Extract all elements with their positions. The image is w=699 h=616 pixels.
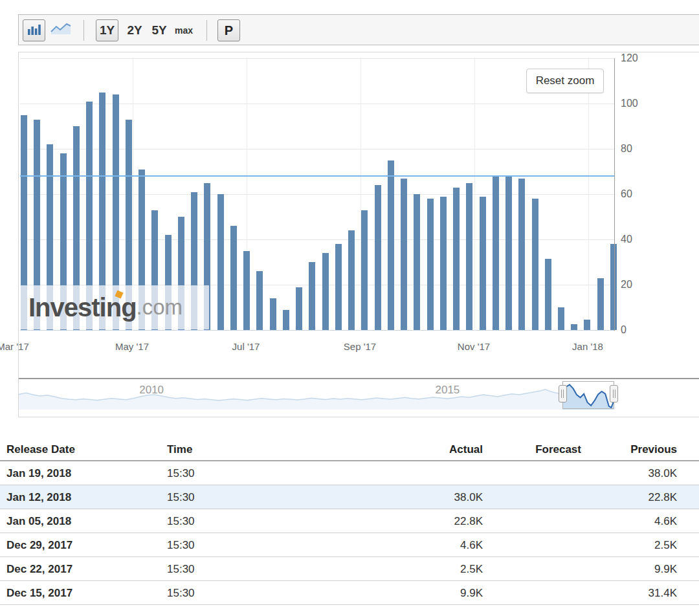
header-forecast: Forecast (491, 437, 581, 461)
cell-time: 15:30 (167, 557, 296, 581)
table-row-5: Dec 15, 201715:309.9K31.4K (0, 581, 699, 605)
data-bar-29 (401, 179, 407, 331)
y-tick-label-100: 100 (621, 98, 654, 109)
data-bar-18 (256, 271, 263, 330)
x-tick-label-4: Nov '17 (445, 340, 503, 353)
data-bar-44 (597, 278, 604, 330)
y-tick-label-120: 120 (621, 52, 654, 64)
data-bar-23 (322, 253, 329, 330)
data-bar-32 (440, 197, 447, 331)
h-gridline-80 (20, 149, 614, 149)
bar-chart-type-button[interactable] (23, 19, 45, 41)
h-gridline-60 (20, 194, 614, 195)
cell-forecast (491, 533, 581, 557)
data-bar-40 (545, 259, 551, 330)
x-tick-label-3: Sep '17 (331, 340, 389, 353)
range-button-max[interactable]: max (172, 19, 195, 41)
data-bar-15 (217, 194, 224, 330)
data-bar-17 (243, 251, 250, 331)
range-label-1y: 1Y (100, 23, 115, 38)
range-button-5y[interactable]: 5Y (148, 19, 171, 41)
cell-release-date: Dec 22, 2017 (6, 557, 162, 581)
cell-time: 15:30 (167, 461, 296, 485)
data-bar-27 (375, 185, 381, 330)
range-button-1y[interactable]: 1Y (96, 19, 118, 41)
toolbar-separator (206, 20, 207, 41)
cell-release-date: Jan 05, 2018 (6, 509, 162, 533)
y-tick-label-0: 0 (621, 324, 654, 336)
data-bar-30 (414, 194, 420, 330)
data-bar-43 (584, 320, 590, 330)
data-bar-36 (493, 176, 499, 330)
navigator-right-handle[interactable] (610, 385, 618, 402)
header-release-date: Release Date (6, 437, 162, 461)
data-bar-19 (270, 298, 276, 330)
h-gridline-100 (20, 104, 614, 104)
navigator-top-border (19, 378, 699, 379)
navigator-minichart[interactable] (19, 380, 614, 412)
cell-previous: 2.5K (576, 533, 677, 557)
cell-forecast (491, 557, 581, 581)
data-bar-24 (335, 244, 342, 330)
data-bar-34 (466, 183, 472, 331)
cell-release-date: Dec 29, 2017 (6, 533, 162, 557)
y-tick-label-60: 60 (621, 188, 654, 200)
y-tick-label-80: 80 (621, 143, 654, 155)
line-chart-type-button[interactable] (49, 19, 72, 41)
h-gridline-120 (20, 58, 614, 59)
chart-toolbar: 1Y 2Y 5Y max P (18, 14, 699, 45)
table-row-3: Dec 29, 201715:304.6K2.5K (0, 533, 699, 557)
table-row-1: Jan 12, 201815:3038.0K22.8K (0, 485, 699, 509)
cell-time: 15:30 (167, 533, 296, 557)
cell-forecast (491, 581, 581, 605)
x-tick-label-2: Jul '17 (217, 340, 275, 353)
cell-actual: 22.8K (327, 509, 483, 533)
cell-time: 15:30 (167, 509, 296, 533)
y-axis-line (614, 58, 615, 331)
cell-forecast (491, 461, 581, 485)
navigator-left-handle[interactable] (559, 385, 567, 402)
cell-forecast (491, 485, 581, 509)
navigator-year-label-2010: 2010 (126, 381, 177, 399)
table-row-0: Jan 19, 201815:3038.0K (0, 461, 699, 485)
data-bar-39 (532, 199, 538, 330)
v-gridline-4 (588, 58, 589, 331)
cell-actual: 4.6K (327, 533, 483, 557)
data-bar-42 (571, 324, 577, 330)
line-chart-icon (50, 21, 72, 39)
h-gridline-0 (20, 330, 614, 331)
h-gridline-40 (20, 239, 614, 240)
y-tick-label-20: 20 (621, 279, 654, 291)
data-bar-38 (518, 179, 525, 331)
navigator-year-label-2015: 2015 (421, 381, 473, 399)
cell-previous: 22.8K (576, 485, 677, 509)
cell-release-date: Jan 19, 2018 (6, 461, 162, 485)
cell-actual: 9.9K (327, 581, 483, 605)
data-bar-22 (309, 262, 315, 330)
data-bar-33 (453, 188, 460, 331)
cell-time: 15:30 (167, 581, 296, 605)
cell-actual: 2.5K (327, 557, 483, 581)
header-actual: Actual (327, 437, 483, 461)
chart-container: 020406080100120 Mar '17May '17Jul '17Sep… (18, 52, 699, 417)
header-time: Time (167, 437, 296, 461)
range-button-2y[interactable]: 2Y (123, 19, 146, 41)
navigator-selection-frame[interactable] (562, 381, 614, 409)
range-label-2y: 2Y (127, 23, 142, 38)
data-bar-41 (558, 307, 564, 330)
data-bar-25 (348, 230, 355, 330)
cell-previous: 38.0K (576, 461, 677, 485)
cell-release-date: Dec 15, 2017 (6, 581, 162, 605)
toolbar-separator (83, 20, 84, 41)
range-label-5y: 5Y (151, 23, 166, 38)
reset-zoom-label: Reset zoom (536, 74, 595, 87)
cell-actual: 38.0K (327, 485, 483, 509)
plot-line (20, 175, 614, 177)
cell-actual (327, 461, 483, 485)
data-bar-26 (361, 210, 368, 331)
reset-zoom-button[interactable]: Reset zoom (526, 69, 604, 93)
p-button-label: P (225, 23, 233, 38)
data-bar-16 (230, 226, 237, 330)
p-button[interactable]: P (217, 19, 240, 41)
cell-previous: 9.9K (576, 557, 677, 581)
